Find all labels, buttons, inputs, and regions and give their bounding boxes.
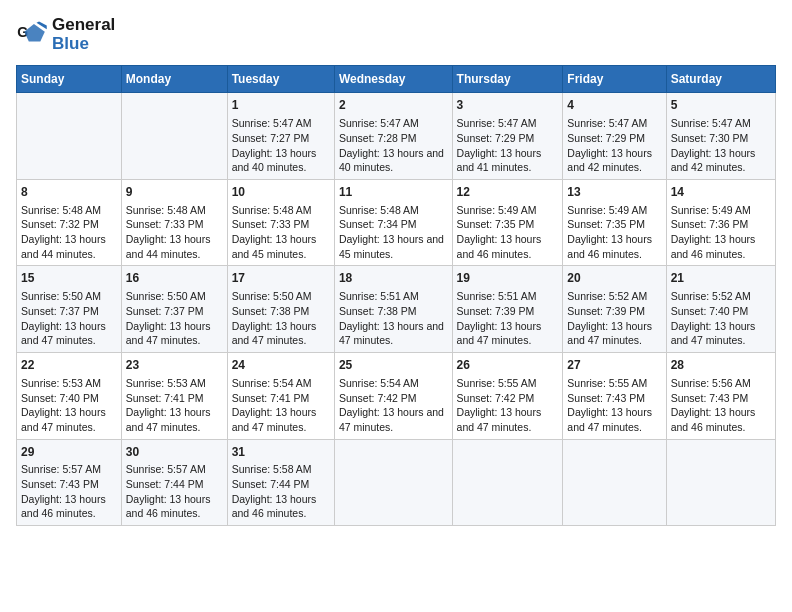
daylight-label: Daylight: 13 hours and 47 minutes. [232,320,317,347]
daylight-label: Daylight: 13 hours and 47 minutes. [567,406,652,433]
calendar-cell: 12Sunrise: 5:49 AMSunset: 7:35 PMDayligh… [452,179,563,266]
sunrise-label: Sunrise: 5:48 AM [21,204,101,216]
sunrise-label: Sunrise: 5:52 AM [671,290,751,302]
daylight-label: Daylight: 13 hours and 47 minutes. [126,320,211,347]
daylight-label: Daylight: 13 hours and 47 minutes. [671,320,756,347]
day-number: 2 [339,97,448,114]
daylight-label: Daylight: 13 hours and 42 minutes. [567,147,652,174]
sunset-label: Sunset: 7:27 PM [232,132,310,144]
day-number: 18 [339,270,448,287]
calendar-cell [666,439,775,526]
sunset-label: Sunset: 7:38 PM [339,305,417,317]
sunset-label: Sunset: 7:38 PM [232,305,310,317]
calendar-cell: 19Sunrise: 5:51 AMSunset: 7:39 PMDayligh… [452,266,563,353]
day-number: 13 [567,184,661,201]
calendar-body: 1Sunrise: 5:47 AMSunset: 7:27 PMDaylight… [17,93,776,526]
daylight-label: Daylight: 13 hours and 47 minutes. [567,320,652,347]
daylight-label: Daylight: 13 hours and 47 minutes. [126,406,211,433]
calendar-cell: 2Sunrise: 5:47 AMSunset: 7:28 PMDaylight… [334,93,452,180]
sunset-label: Sunset: 7:42 PM [339,392,417,404]
sunrise-label: Sunrise: 5:47 AM [671,117,751,129]
sunrise-label: Sunrise: 5:49 AM [457,204,537,216]
daylight-label: Daylight: 13 hours and 44 minutes. [21,233,106,260]
logo-icon: G [16,19,48,51]
day-number: 30 [126,444,223,461]
day-number: 10 [232,184,330,201]
sunset-label: Sunset: 7:41 PM [232,392,310,404]
sunrise-label: Sunrise: 5:47 AM [232,117,312,129]
sunset-label: Sunset: 7:40 PM [21,392,99,404]
calendar-cell: 15Sunrise: 5:50 AMSunset: 7:37 PMDayligh… [17,266,122,353]
sunset-label: Sunset: 7:32 PM [21,218,99,230]
sunset-label: Sunset: 7:28 PM [339,132,417,144]
sunrise-label: Sunrise: 5:57 AM [21,463,101,475]
day-header-saturday: Saturday [666,66,775,93]
sunset-label: Sunset: 7:44 PM [126,478,204,490]
sunrise-label: Sunrise: 5:47 AM [339,117,419,129]
calendar-cell: 23Sunrise: 5:53 AMSunset: 7:41 PMDayligh… [121,353,227,440]
daylight-label: Daylight: 13 hours and 46 minutes. [671,406,756,433]
calendar-cell: 5Sunrise: 5:47 AMSunset: 7:30 PMDaylight… [666,93,775,180]
calendar-cell: 1Sunrise: 5:47 AMSunset: 7:27 PMDaylight… [227,93,334,180]
day-number: 26 [457,357,559,374]
sunrise-label: Sunrise: 5:50 AM [232,290,312,302]
day-number: 1 [232,97,330,114]
daylight-label: Daylight: 13 hours and 46 minutes. [21,493,106,520]
sunrise-label: Sunrise: 5:50 AM [21,290,101,302]
calendar-cell [121,93,227,180]
sunset-label: Sunset: 7:29 PM [567,132,645,144]
sunset-label: Sunset: 7:44 PM [232,478,310,490]
day-header-sunday: Sunday [17,66,122,93]
logo-general: General [52,15,115,34]
logo-blue: Blue [52,35,115,54]
daylight-label: Daylight: 13 hours and 42 minutes. [671,147,756,174]
calendar-cell: 10Sunrise: 5:48 AMSunset: 7:33 PMDayligh… [227,179,334,266]
calendar-cell: 27Sunrise: 5:55 AMSunset: 7:43 PMDayligh… [563,353,666,440]
day-number: 17 [232,270,330,287]
daylight-label: Daylight: 13 hours and 47 minutes. [21,406,106,433]
daylight-label: Daylight: 13 hours and 47 minutes. [457,406,542,433]
calendar-cell: 9Sunrise: 5:48 AMSunset: 7:33 PMDaylight… [121,179,227,266]
day-number: 20 [567,270,661,287]
sunrise-label: Sunrise: 5:53 AM [21,377,101,389]
calendar-cell [563,439,666,526]
sunrise-label: Sunrise: 5:53 AM [126,377,206,389]
calendar-cell: 8Sunrise: 5:48 AMSunset: 7:32 PMDaylight… [17,179,122,266]
sunrise-label: Sunrise: 5:48 AM [339,204,419,216]
daylight-label: Daylight: 13 hours and 44 minutes. [126,233,211,260]
sunset-label: Sunset: 7:39 PM [567,305,645,317]
day-header-monday: Monday [121,66,227,93]
sunrise-label: Sunrise: 5:56 AM [671,377,751,389]
calendar-cell [452,439,563,526]
calendar-cell: 21Sunrise: 5:52 AMSunset: 7:40 PMDayligh… [666,266,775,353]
calendar-cell: 31Sunrise: 5:58 AMSunset: 7:44 PMDayligh… [227,439,334,526]
sunrise-label: Sunrise: 5:47 AM [457,117,537,129]
sunrise-label: Sunrise: 5:54 AM [339,377,419,389]
day-number: 4 [567,97,661,114]
day-number: 19 [457,270,559,287]
sunrise-label: Sunrise: 5:47 AM [567,117,647,129]
sunrise-label: Sunrise: 5:51 AM [339,290,419,302]
calendar-header-row: SundayMondayTuesdayWednesdayThursdayFrid… [17,66,776,93]
sunrise-label: Sunrise: 5:50 AM [126,290,206,302]
sunset-label: Sunset: 7:41 PM [126,392,204,404]
calendar-cell: 3Sunrise: 5:47 AMSunset: 7:29 PMDaylight… [452,93,563,180]
daylight-label: Daylight: 13 hours and 40 minutes. [339,147,444,174]
day-number: 21 [671,270,771,287]
logo: G General Blue [16,16,115,53]
sunset-label: Sunset: 7:37 PM [126,305,204,317]
daylight-label: Daylight: 13 hours and 47 minutes. [232,406,317,433]
day-number: 31 [232,444,330,461]
calendar-cell: 16Sunrise: 5:50 AMSunset: 7:37 PMDayligh… [121,266,227,353]
sunrise-label: Sunrise: 5:51 AM [457,290,537,302]
calendar-cell: 25Sunrise: 5:54 AMSunset: 7:42 PMDayligh… [334,353,452,440]
sunset-label: Sunset: 7:37 PM [21,305,99,317]
calendar-cell: 13Sunrise: 5:49 AMSunset: 7:35 PMDayligh… [563,179,666,266]
sunrise-label: Sunrise: 5:48 AM [126,204,206,216]
sunset-label: Sunset: 7:35 PM [457,218,535,230]
calendar-week-1: 1Sunrise: 5:47 AMSunset: 7:27 PMDaylight… [17,93,776,180]
daylight-label: Daylight: 13 hours and 46 minutes. [232,493,317,520]
sunrise-label: Sunrise: 5:54 AM [232,377,312,389]
sunrise-label: Sunrise: 5:58 AM [232,463,312,475]
day-number: 14 [671,184,771,201]
